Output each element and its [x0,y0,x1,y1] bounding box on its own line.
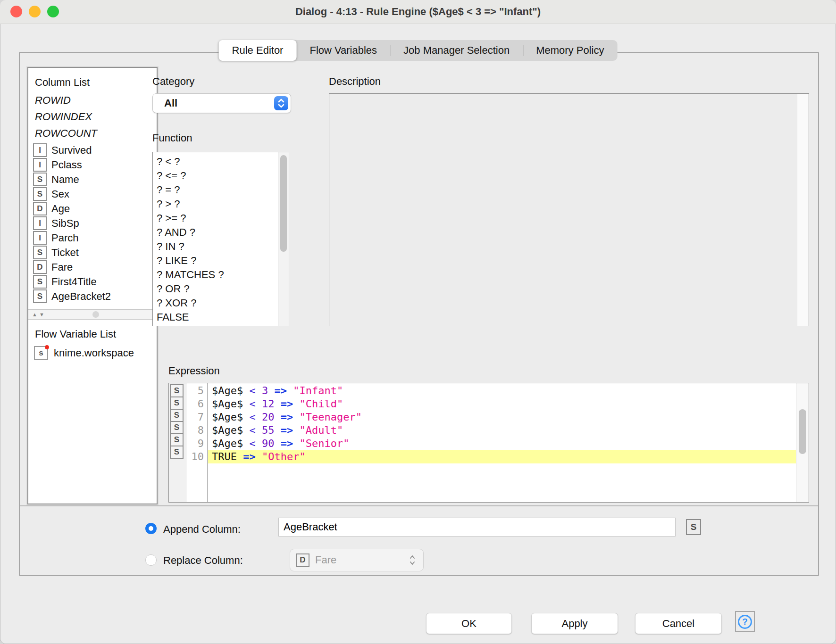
expression-editor[interactable]: SSSSSS 5678910 $Age$ < 3 => "Infant"$Age… [168,383,809,503]
description-label: Description [329,75,381,88]
tab-bar: Rule EditorFlow VariablesJob Manager Sel… [219,40,618,61]
column-name: SibSp [51,217,79,230]
function-item[interactable]: ? MATCHES ? [157,268,289,282]
special-row[interactable]: ROWID [35,94,157,107]
token-operator: < [249,385,262,396]
column-list-item[interactable]: SSex [33,188,157,200]
column-list-item[interactable]: DAge [33,202,157,215]
column-list-item[interactable]: SFirst4Title [33,275,157,288]
column-name: First4Title [51,276,97,288]
expression-line: $Age$ < 20 => "Teenager" [208,411,809,424]
expression-line-type-icon: S [170,433,184,446]
function-item[interactable]: ? IN ? [157,239,289,254]
function-item[interactable]: ? XOR ? [157,296,289,310]
append-column-input[interactable] [278,518,676,537]
expression-scrollbar[interactable] [796,383,809,502]
token-number: 12 [262,398,281,410]
flow-variable-name: knime.workspace [54,347,134,359]
replace-column-label: Replace Column: [163,554,243,567]
flow-variable-type-icon: s [34,346,48,360]
divider-grip-icon[interactable] [92,311,99,318]
token-plain: $Age$ [212,385,249,396]
function-item[interactable]: ? > ? [157,197,289,211]
apply-button[interactable]: Apply [531,613,618,634]
column-name: Sex [51,188,69,200]
divider-collapse-icons[interactable]: ▲▼ [32,312,46,317]
token-number: 20 [262,411,281,423]
expression-line: $Age$ < 55 => "Adult" [208,424,809,437]
expression-code-area[interactable]: $Age$ < 3 => "Infant"$Age$ < 12 => "Chil… [208,383,809,502]
column-panel: Column List ROWIDROWINDEXROWCOUNT ISurvi… [27,67,158,504]
split-divider[interactable]: ▲▼ [28,309,157,320]
close-button[interactable] [10,6,22,17]
expression-line-number: 5 [186,384,207,397]
function-item[interactable]: ? OR ? [157,282,289,296]
tab-memory-policy[interactable]: Memory Policy [523,40,617,61]
column-name: Survived [51,144,92,157]
expression-line-number: 8 [186,424,207,437]
function-item[interactable]: ? AND ? [157,225,289,239]
append-type-icon: S [686,519,701,535]
column-list-item[interactable]: DFare [33,261,157,273]
function-item[interactable]: ? = ? [157,183,289,197]
zoom-button[interactable] [47,6,59,17]
expression-scrollbar-thumb[interactable] [799,409,806,454]
rule-engine-dialog: Dialog - 4:13 - Rule Engine ($Age$ < 3 =… [0,0,836,644]
special-row[interactable]: ROWINDEX [35,111,157,123]
column-list-item[interactable]: IPclass [33,158,157,171]
token-string: "Adult" [299,424,343,436]
flow-variable-item[interactable]: sknime.workspace [34,346,157,360]
replace-column-radio[interactable] [145,554,157,566]
column-name: Ticket [51,247,79,259]
token-operator: < [249,438,262,449]
token-arrow: => [281,411,300,423]
window-title: Dialog - 4:13 - Rule Engine ($Age$ < 3 =… [295,6,541,18]
expression-line-type-icon: S [170,421,184,434]
cancel-button[interactable]: Cancel [635,613,722,634]
column-list-item[interactable]: ISurvived [33,144,157,157]
column-name: Pclass [51,159,82,171]
column-list-item[interactable]: ISibSp [33,217,157,230]
function-item[interactable]: ? <= ? [157,169,289,183]
function-item[interactable]: ? LIKE ? [157,254,289,268]
function-item[interactable]: ? < ? [157,155,289,169]
function-scrollbar[interactable] [278,152,289,326]
flow-variable-list-title: Flow Variable List [35,328,157,340]
tab-flow-variables[interactable]: Flow Variables [296,40,390,61]
column-type-icon: S [33,275,47,289]
column-type-icon: I [33,143,47,157]
expression-line-type-icon: S [170,384,184,397]
tab-rule-editor[interactable]: Rule Editor [219,40,297,61]
expression-line-number: 9 [186,437,207,450]
append-column-label: Append Column: [163,523,241,536]
description-scrollbar[interactable] [797,94,809,326]
replace-column-select[interactable]: D Fare [290,549,424,571]
function-item[interactable]: ? >= ? [157,211,289,225]
column-list-item[interactable]: IParch [33,231,157,244]
column-name: Age [51,203,70,215]
token-operator: < [249,424,262,436]
append-column-radio[interactable] [145,523,157,534]
column-type-icon: S [33,187,47,201]
token-number: 90 [262,438,281,449]
column-list-item[interactable]: SAgeBracket2 [33,290,157,303]
replace-chevrons-icon [409,554,416,566]
minimize-button[interactable] [29,6,41,17]
column-list-item[interactable]: STicket [33,246,157,259]
column-type-icon: I [33,231,47,245]
help-button[interactable]: ? [735,611,755,632]
token-number: 55 [262,424,281,436]
ok-button[interactable]: OK [426,613,512,634]
expression-line-number: 10 [186,450,207,463]
replace-selected-value: Fare [315,554,403,566]
expression-icon-gutter: SSSSSS [169,383,186,502]
column-list: ISurvivedIPclassSNameSSexDAgeISibSpIParc… [28,144,157,303]
token-number: 3 [262,385,275,396]
column-type-icon: S [33,246,47,259]
function-item[interactable]: FALSE [157,310,289,324]
special-row[interactable]: ROWCOUNT [35,127,157,140]
tab-job-manager-selection[interactable]: Job Manager Selection [390,40,523,61]
category-select[interactable]: All [152,93,291,113]
function-scrollbar-thumb[interactable] [280,155,287,252]
column-list-item[interactable]: SName [33,173,157,186]
